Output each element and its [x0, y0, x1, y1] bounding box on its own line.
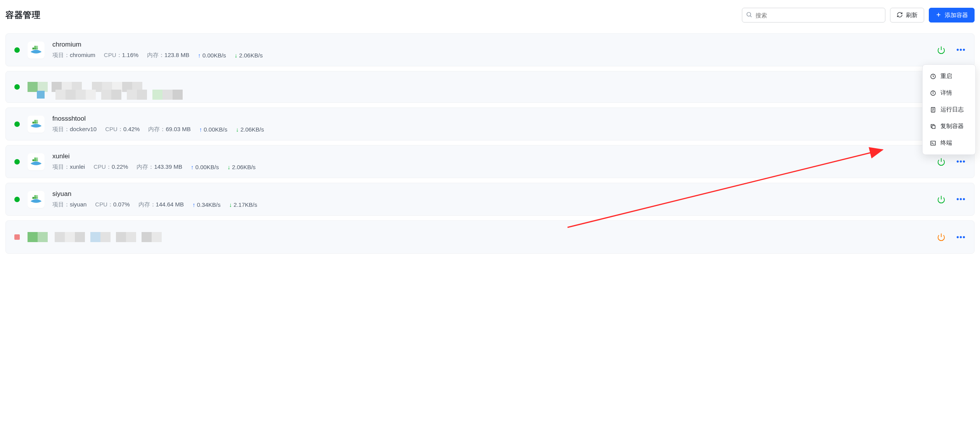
container-row[interactable]: fnossshtool 项目：dockerv10 CPU：0.42% 内存：69… — [5, 107, 975, 140]
upload-value: 0.34KB/s — [197, 201, 221, 208]
row-actions: ••• — [937, 195, 966, 204]
row-actions: ••• — [937, 45, 966, 54]
download-value: 2.17KB/s — [233, 201, 257, 208]
dropdown-details[interactable]: 详情 — [923, 85, 975, 101]
cpu-label: CPU： — [93, 163, 112, 170]
restart-icon — [930, 73, 937, 80]
container-row[interactable]: ••• — [5, 220, 975, 254]
cpu-value: 0.07% — [113, 201, 130, 208]
more-button[interactable]: ••• — [956, 233, 966, 242]
upload-icon: ↑ — [191, 164, 194, 170]
dropdown-terminal-label: 终端 — [940, 139, 952, 147]
context-dropdown: 重启 详情 运行日志 复制容器 终端 — [922, 64, 976, 155]
project-value: siyuan — [70, 201, 86, 208]
download-value: 2.06KB/s — [232, 164, 256, 170]
svg-rect-28 — [34, 159, 36, 161]
more-button[interactable]: ••• — [956, 195, 966, 204]
dropdown-details-label: 详情 — [940, 89, 952, 97]
download-value: 2.06KB/s — [240, 126, 264, 133]
dropdown-restart-label: 重启 — [940, 73, 952, 80]
project-value: dockerv10 — [70, 126, 97, 132]
container-meta: 项目：dockerv10 CPU：0.42% 内存：69.03 MB ↑ 0.0… — [52, 126, 958, 133]
container-row[interactable]: siyuan 项目：siyuan CPU：0.07% 内存：144.64 MB … — [5, 183, 975, 216]
container-body: siyuan 项目：siyuan CPU：0.07% 内存：144.64 MB … — [52, 190, 929, 208]
mem-label: 内存： — [148, 126, 166, 132]
upload-icon: ↑ — [192, 201, 195, 208]
search-box — [742, 8, 885, 23]
page-header: 容器管理 刷新 添加容器 — [5, 8, 975, 23]
upload-value: 0.00KB/s — [195, 164, 219, 170]
svg-rect-7 — [36, 47, 38, 49]
add-container-button[interactable]: 添加容器 — [929, 8, 975, 23]
refresh-label: 刷新 — [906, 12, 918, 19]
cpu-label: CPU： — [104, 52, 122, 58]
container-meta: 项目：siyuan CPU：0.07% 内存：144.64 MB ↑ 0.34K… — [52, 201, 929, 208]
mem-label: 内存： — [138, 201, 156, 208]
status-indicator — [14, 84, 20, 90]
more-button[interactable]: ••• — [956, 157, 966, 166]
container-row[interactable]: chromium 项目：chromium CPU：1.16% 内存：123.8 … — [5, 33, 975, 66]
project-label: 项目： — [52, 126, 70, 132]
svg-point-13 — [933, 92, 933, 92]
power-button[interactable] — [937, 195, 945, 204]
status-indicator — [14, 121, 20, 127]
refresh-button[interactable]: 刷新 — [890, 8, 924, 23]
container-body: chromium 项目：chromium CPU：1.16% 内存：123.8 … — [52, 41, 929, 59]
container-body: xunlei 项目：xunlei CPU：0.22% 内存：143.39 MB … — [52, 152, 929, 171]
project-label: 项目： — [52, 163, 70, 170]
upload-value: 0.00KB/s — [202, 52, 226, 59]
power-button[interactable] — [937, 233, 945, 241]
refresh-icon — [897, 12, 903, 19]
svg-rect-23 — [34, 121, 36, 123]
more-button[interactable]: ••• — [956, 45, 966, 54]
dropdown-terminal[interactable]: 终端 — [923, 135, 975, 151]
svg-rect-26 — [34, 157, 36, 159]
mem-label: 内存： — [147, 52, 164, 58]
header-actions: 刷新 添加容器 — [742, 8, 975, 23]
svg-rect-21 — [34, 120, 36, 121]
svg-rect-30 — [33, 159, 35, 161]
power-button[interactable] — [937, 158, 945, 166]
mem-value: 123.8 MB — [164, 52, 189, 58]
container-icon — [28, 153, 45, 170]
upload-value: 0.00KB/s — [204, 126, 227, 133]
svg-rect-35 — [36, 197, 38, 199]
search-input[interactable] — [742, 8, 885, 23]
container-name: chromium — [52, 41, 929, 48]
dropdown-copy[interactable]: 复制容器 — [923, 118, 975, 135]
svg-rect-6 — [34, 47, 36, 49]
page-title: 容器管理 — [5, 9, 40, 21]
search-icon — [746, 11, 752, 19]
dropdown-restart[interactable]: 重启 — [923, 68, 975, 85]
container-list: chromium 项目：chromium CPU：1.16% 内存：123.8 … — [5, 33, 975, 254]
svg-rect-18 — [932, 125, 935, 128]
container-meta: 项目：chromium CPU：1.16% 内存：123.8 MB ↑ 0.00… — [52, 52, 929, 59]
svg-rect-33 — [36, 195, 38, 197]
logs-icon — [930, 106, 937, 113]
svg-rect-25 — [33, 121, 35, 123]
container-row[interactable]: xunlei 项目：xunlei CPU：0.22% 内存：143.39 MB … — [5, 145, 975, 178]
project-value: xunlei — [70, 163, 85, 170]
project-label: 项目： — [52, 52, 70, 58]
add-container-label: 添加容器 — [945, 12, 968, 19]
svg-rect-24 — [36, 121, 38, 123]
dropdown-logs[interactable]: 运行日志 — [923, 101, 975, 118]
svg-rect-8 — [33, 47, 35, 49]
power-button[interactable] — [937, 46, 945, 54]
redacted-content-2 — [37, 89, 183, 100]
container-row[interactable]: 重启 详情 运行日志 复制容器 终端 — [5, 71, 975, 103]
upload-icon: ↑ — [199, 126, 202, 133]
svg-rect-34 — [34, 197, 36, 199]
plus-icon — [935, 12, 942, 19]
copy-icon — [930, 123, 937, 130]
terminal-icon — [930, 140, 937, 147]
container-icon — [28, 42, 45, 59]
upload-icon: ↑ — [198, 52, 201, 59]
redacted-content — [28, 226, 929, 248]
status-indicator — [14, 159, 20, 165]
info-icon — [930, 90, 937, 97]
container-name: siyuan — [52, 190, 929, 198]
cpu-value: 0.22% — [112, 163, 128, 170]
container-icon — [28, 191, 45, 208]
download-icon: ↓ — [228, 164, 231, 170]
